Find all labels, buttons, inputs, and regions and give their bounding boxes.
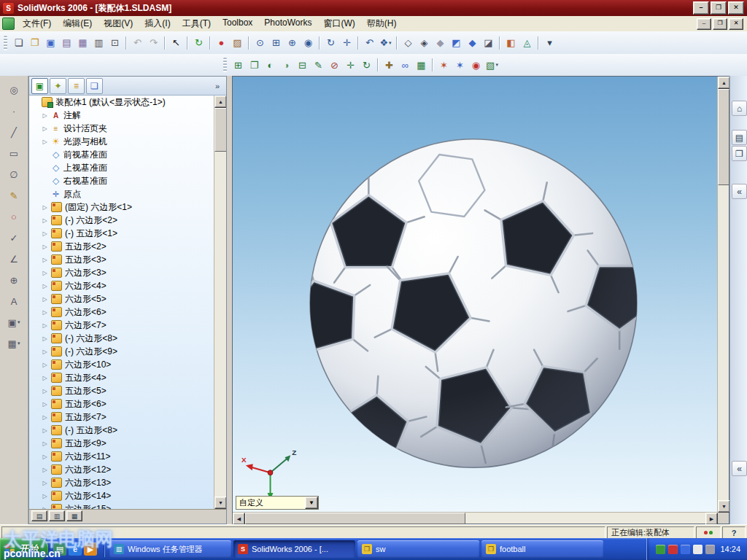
rotate-component-icon[interactable]: ↻ [359, 58, 374, 73]
restore-button[interactable]: ❐ [711, 1, 727, 15]
configurationmanager-tab[interactable]: ≡ [68, 78, 85, 94]
help-icon[interactable]: ? [722, 526, 746, 539]
balloon-icon[interactable]: ○ [5, 209, 23, 225]
doc-minimize-button[interactable]: – [697, 18, 711, 30]
tree-item[interactable]: ◇上视基准面 [29, 161, 214, 174]
save-icon[interactable]: ▣ [43, 35, 58, 50]
menu-item-2[interactable]: 视图(V) [98, 15, 139, 32]
split-tab-2[interactable]: ▥ [49, 510, 65, 521]
hidden-lines-visible-icon[interactable]: ◈ [417, 35, 432, 50]
expand-arrow-icon[interactable]: ▷ [42, 139, 48, 145]
new-icon[interactable]: ❏ [11, 35, 26, 50]
expand-arrow-icon[interactable]: ▷ [42, 270, 48, 276]
volume-icon[interactable] [693, 545, 703, 554]
hide-show-component-icon[interactable]: ◐ [263, 58, 278, 73]
previous-view-icon[interactable]: ↶ [362, 35, 377, 50]
mate-icon[interactable]: ∞ [398, 58, 413, 73]
tree-item[interactable]: ▷(-) 六边形<2> [29, 214, 214, 227]
datum-feature-icon[interactable]: A [5, 293, 23, 309]
assembly-transparency-icon[interactable]: ▧▾ [484, 58, 500, 73]
exploded-view-icon[interactable]: ✶ [436, 58, 452, 73]
expand-arrow-icon[interactable]: ▷ [42, 401, 48, 408]
zoom-to-selection-icon[interactable]: ◉ [301, 35, 316, 50]
expand-arrow-icon[interactable]: ▷ [42, 349, 48, 355]
section-view-icon[interactable]: ◧ [503, 35, 519, 50]
scroll-up-icon[interactable]: ▲ [718, 77, 730, 89]
menu-item-4[interactable]: 工具(T) [177, 15, 217, 32]
tree-item[interactable]: ◇前视基准面 [29, 148, 214, 161]
tables-icon[interactable]: ▦▾ [5, 335, 23, 351]
zoom-to-fit-icon[interactable]: ⊙ [252, 35, 268, 50]
shaded-icon[interactable]: ◆ [465, 35, 480, 50]
tree-item[interactable]: ▷六边形<15> [29, 502, 214, 509]
realview-icon[interactable]: ◬ [519, 35, 535, 50]
task-button[interactable]: ▥Windows 任务管理器 [109, 540, 231, 558]
tree-scrollbar[interactable]: ▲ ▼ [214, 96, 226, 509]
expand-arrow-icon[interactable]: ▷ [42, 362, 48, 368]
rebuild-icon[interactable]: ↻ [191, 35, 206, 50]
expand-arrow-icon[interactable]: ▷ [42, 506, 48, 510]
note-icon[interactable]: ✎ [5, 187, 23, 203]
expand-arrow-icon[interactable]: ▷ [42, 244, 48, 250]
surface-finish-icon[interactable]: ✓ [5, 230, 23, 246]
task-button[interactable]: SSolidWorks 2006 - [... [233, 540, 355, 558]
tree-item[interactable]: ▷六边形<10> [29, 358, 214, 371]
appearance-icon[interactable]: ● [214, 35, 229, 50]
tree-item[interactable]: ▷五边形<9> [29, 437, 214, 450]
tree-item[interactable]: ✛原点 [29, 187, 214, 201]
propertymanager-tab[interactable]: ✦ [50, 78, 66, 94]
geometric-tolerance-icon[interactable]: ⊕ [5, 272, 23, 288]
tree-item[interactable]: ▷六边形<14> [29, 489, 214, 502]
expand-arrow-icon[interactable]: ▷ [42, 204, 48, 211]
tree-item[interactable]: ▷五边形<5> [29, 384, 214, 397]
expand-arrow-icon[interactable]: ▷ [42, 112, 48, 119]
expand-arrow-icon[interactable]: ▷ [42, 454, 48, 460]
scroll-up-icon[interactable]: ▲ [214, 96, 226, 108]
panel-splitter[interactable] [227, 76, 232, 524]
model-canvas[interactable]: X Z Y [233, 77, 718, 513]
move-component-icon[interactable]: ✛ [343, 58, 358, 73]
tree-item[interactable]: ▷(固定) 六边形<1> [29, 201, 214, 214]
tree-item[interactable]: ▷六边形<13> [29, 476, 214, 489]
expand-arrow-icon[interactable]: ▷ [42, 125, 48, 132]
tree-item[interactable]: ▷(-) 五边形<1> [29, 227, 214, 240]
expand-arrow-icon[interactable]: ▷ [42, 427, 48, 434]
menu-item-1[interactable]: 编辑(E) [57, 15, 98, 32]
tree-item[interactable]: ▷六边形<7> [29, 319, 214, 332]
scroll-left-icon[interactable]: ◀ [233, 513, 245, 525]
expand-arrow-icon[interactable]: ▷ [42, 480, 48, 486]
task-button[interactable]: ❐football [481, 540, 603, 558]
expand-arrow-icon[interactable]: ▷ [42, 335, 48, 342]
toolbar-grip[interactable] [4, 36, 7, 50]
menu-item-0[interactable]: 文件(F) [17, 15, 57, 32]
tree-item[interactable]: ▷五边形<7> [29, 411, 214, 424]
filter-faces-icon[interactable]: ▭ [5, 145, 23, 161]
scrollbar-thumb[interactable] [214, 108, 226, 152]
tree-item[interactable]: 装配体1 (默认<显示状态-1>) [29, 96, 214, 109]
standard-views-icon[interactable]: ❖▾ [378, 35, 393, 50]
interference-detection-icon[interactable]: ◉ [468, 58, 484, 73]
minimize-button[interactable]: – [693, 1, 709, 15]
media-player-icon[interactable]: ▶ [84, 542, 97, 556]
usb-icon[interactable] [705, 545, 715, 554]
menu-item-8[interactable]: 帮助(H) [361, 15, 403, 32]
task-button[interactable]: ❐sw [357, 540, 479, 558]
expand-arrow-icon[interactable]: ▷ [42, 309, 48, 316]
smart-dimension-icon[interactable]: ∅ [5, 166, 23, 182]
weld-symbol-icon[interactable]: ∠ [5, 251, 23, 267]
insert-new-part-icon[interactable]: ❐ [247, 58, 262, 73]
smart-fasteners-icon[interactable]: ✚ [382, 58, 397, 73]
shaded-with-edges-icon[interactable]: ◩ [449, 35, 464, 50]
edit-component-icon[interactable]: ✎ [311, 58, 326, 73]
expand-arrow-icon[interactable]: ▷ [42, 388, 48, 394]
menu-item-3[interactable]: 插入(I) [139, 15, 176, 32]
print-preview-icon[interactable]: ⊡ [107, 35, 123, 50]
tree-item[interactable]: ▷≡设计活页夹 [29, 122, 214, 135]
tree-item[interactable]: ▷五边形<4> [29, 371, 214, 384]
scrollbar-thumb[interactable] [718, 89, 729, 185]
expand-arrow-icon[interactable]: ▷ [42, 283, 48, 289]
hidden-lines-removed-icon[interactable]: ◆ [433, 35, 448, 50]
filter-edges-icon[interactable]: ╱ [5, 124, 23, 140]
print-icon[interactable]: ▥ [91, 35, 107, 50]
collapse-icon[interactable]: « [732, 184, 747, 199]
